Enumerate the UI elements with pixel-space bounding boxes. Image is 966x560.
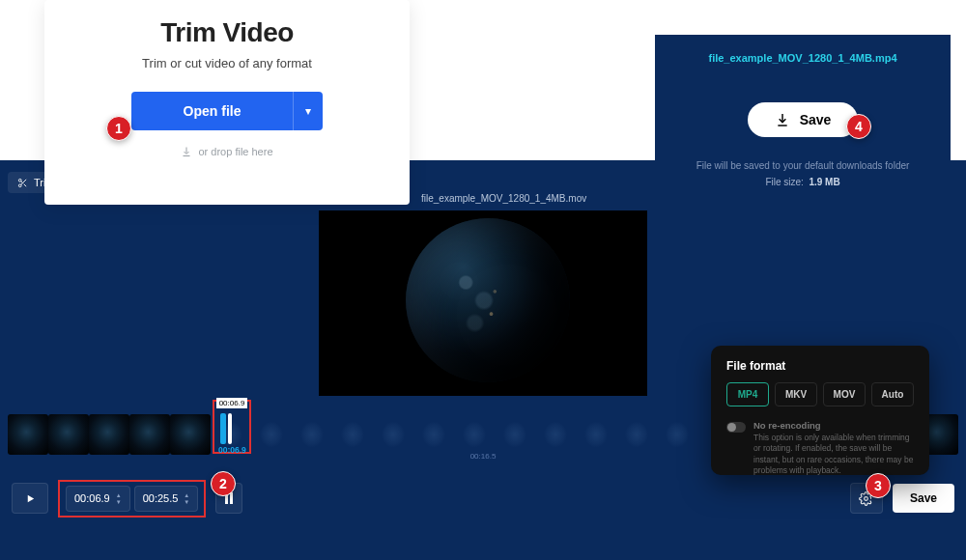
end-time-field[interactable]: 00:25.5 ▲▼ [134, 486, 199, 512]
format-card: File format MP4 MKV MOV Auto No re-encod… [711, 346, 929, 475]
play-icon [25, 493, 36, 504]
timeline-thumb[interactable] [48, 414, 89, 455]
panel-subtitle: Trim or cut video of any format [142, 56, 312, 70]
timeline-thumb[interactable] [251, 414, 292, 455]
timeline-thumb[interactable] [373, 414, 413, 455]
format-mkv[interactable]: MKV [775, 382, 817, 406]
svg-point-1 [18, 183, 21, 186]
current-filename: file_example_MOV_1280_1_4MB.mov [421, 193, 586, 204]
format-title: File format [726, 359, 914, 373]
timeline-thumb[interactable] [535, 414, 576, 455]
open-file-dropdown[interactable]: ▾ [293, 92, 323, 130]
download-icon [775, 112, 790, 127]
drop-hint-text: or drop file here [198, 146, 272, 157]
timeline-thumb[interactable] [89, 414, 129, 455]
playhead-start-label: 00:06.9 [216, 398, 247, 408]
no-reencoding-toggle[interactable] [726, 422, 746, 433]
timeline-thumb[interactable] [576, 414, 616, 455]
start-time-stepper[interactable]: ▲▼ [116, 492, 122, 505]
panel-title: Trim Video [160, 17, 294, 48]
drop-hint: or drop file here [181, 146, 272, 157]
timeline-thumb[interactable] [657, 414, 697, 455]
svg-point-5 [865, 496, 868, 500]
save-button-label: Save [800, 112, 832, 127]
end-time-stepper[interactable]: ▲▼ [184, 492, 189, 505]
timeline-thumb[interactable] [292, 414, 332, 455]
svg-point-0 [18, 179, 21, 182]
start-time-field[interactable]: 00:06.9 ▲▼ [66, 486, 130, 512]
video-preview[interactable] [319, 210, 647, 396]
timeline-thumb[interactable] [495, 414, 535, 455]
format-auto[interactable]: Auto [871, 382, 914, 406]
playhead-drag-handle[interactable] [228, 413, 232, 444]
time-range-highlight: 00:06.9 ▲▼ 00:25.5 ▲▼ [58, 480, 206, 518]
format-mp4[interactable]: MP4 [726, 382, 769, 406]
timeline-thumb[interactable] [170, 414, 211, 455]
chevron-down-icon: ▾ [305, 104, 311, 118]
scissors-icon [17, 178, 28, 188]
output-filename: file_example_MOV_1280_1_4MB.mp4 [708, 52, 896, 64]
svg-line-3 [24, 183, 27, 186]
save-panel: file_example_MOV_1280_1_4MB.mp4 Save Fil… [655, 35, 951, 228]
step-badge-1: 1 [106, 116, 131, 141]
preview-frame [406, 218, 570, 382]
step-badge-2: 2 [211, 471, 236, 496]
controls-bar: 00:06.9 ▲▼ 00:25.5 ▲▼ Save [12, 481, 954, 516]
timeline-thumb[interactable] [8, 414, 48, 455]
timeline-thumb[interactable] [129, 414, 170, 455]
reenc-title: No re-encoding [753, 420, 914, 433]
step-badge-3: 3 [866, 473, 891, 498]
timeline-thumb[interactable] [332, 414, 373, 455]
download-icon [181, 146, 192, 157]
save-button-bottom[interactable]: Save [893, 484, 954, 513]
timeline-thumb[interactable] [616, 414, 657, 455]
save-note: File will be saved to your default downl… [696, 160, 910, 171]
timeline-mid-timestamp: 00:16.5 [470, 452, 497, 461]
step-badge-4: 4 [846, 114, 871, 139]
trim-start-handle[interactable] [220, 413, 226, 444]
timeline-thumb[interactable] [413, 414, 454, 455]
save-size: File size: 1.9 MB [765, 177, 839, 187]
reenc-desc: This option is only available when trimm… [753, 433, 914, 477]
format-mov[interactable]: MOV [823, 382, 866, 406]
save-button[interactable]: Save [748, 102, 859, 137]
playhead-time-label: 00:06.9 [216, 444, 247, 456]
open-file-button[interactable]: Open file [131, 92, 294, 130]
timeline-thumb[interactable] [454, 414, 495, 455]
open-file-panel: Trim Video Trim or cut video of any form… [44, 0, 410, 205]
svg-line-4 [21, 181, 23, 182]
play-button[interactable] [12, 483, 48, 514]
playhead-region-highlight: 00:06.9 00:06.9 [213, 400, 251, 454]
